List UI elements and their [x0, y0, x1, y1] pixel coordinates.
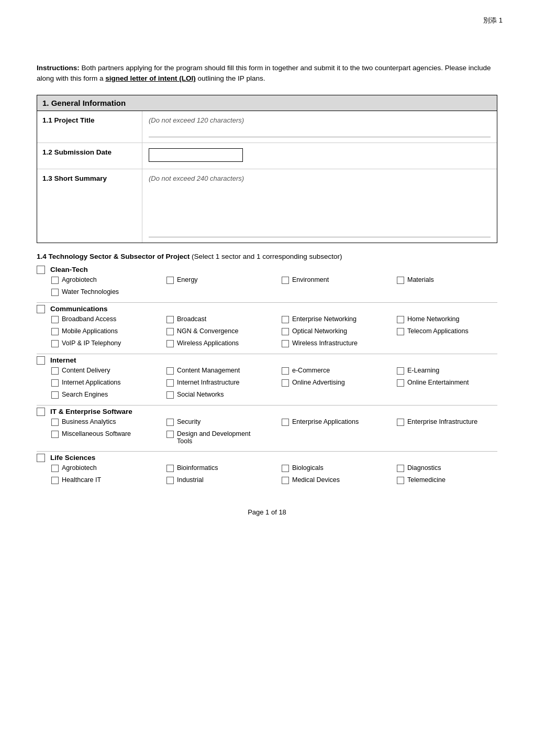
checkbox-home-networking[interactable]	[397, 316, 404, 323]
label-ngn-convergence: NGN & Convergence	[177, 327, 238, 335]
subsector-search-engines: Search Engines	[37, 391, 152, 399]
subsector-telemedicine: Telemedicine	[382, 476, 497, 484]
checkbox-wireless-applications[interactable]	[166, 340, 174, 347]
sector-clean-tech-label: Clean-Tech	[50, 266, 88, 273]
checkbox-online-advertising[interactable]	[282, 379, 289, 387]
checkbox-social-networks[interactable]	[166, 391, 174, 399]
checkbox-enterprise-infrastructure[interactable]	[397, 419, 404, 426]
checkbox-water-technologies[interactable]	[51, 289, 59, 296]
checkbox-diagnostics[interactable]	[397, 465, 404, 472]
sector-communications-row: Communications	[37, 305, 497, 313]
checkbox-enterprise-applications[interactable]	[282, 419, 289, 426]
subsectors-communications-1: Broadband Access Broadcast Enterprise Ne…	[37, 315, 497, 326]
checkbox-security[interactable]	[166, 419, 174, 426]
subsectors-life-sciences-2: Healthcare IT Industrial Medical Devices…	[37, 476, 497, 487]
checkbox-ecommerce[interactable]	[282, 367, 289, 375]
subsector-ngn-convergence: NGN & Convergence	[152, 327, 267, 335]
checkbox-elearning[interactable]	[397, 367, 404, 375]
label-design-dev-tools: Design and Development Tools	[177, 430, 267, 445]
checkbox-internet-applications[interactable]	[51, 379, 59, 387]
sector-it-enterprise-label: IT & Enterprise Software	[50, 408, 132, 415]
checkbox-bioinformatics[interactable]	[166, 465, 174, 472]
subsector-enterprise-networking: Enterprise Networking	[267, 315, 382, 323]
checkbox-wireless-infrastructure[interactable]	[282, 340, 289, 347]
checkbox-communications[interactable]	[37, 305, 45, 313]
subsector-business-analytics: Business Analytics	[37, 418, 152, 426]
label-social-networks: Social Networks	[177, 391, 224, 398]
checkbox-internet-infrastructure[interactable]	[166, 379, 174, 387]
sector-life-sciences-label: Life Sciences	[50, 454, 95, 462]
checkbox-environment[interactable]	[282, 277, 289, 284]
footer-text: Page 1 of 18	[248, 508, 286, 516]
checkbox-design-dev-tools[interactable]	[166, 431, 174, 438]
label-security: Security	[177, 418, 201, 425]
checkbox-voip-ip-telephony[interactable]	[51, 340, 59, 347]
checkbox-clean-tech[interactable]	[37, 266, 45, 274]
divider-clean-tech	[37, 302, 497, 303]
label-ecommerce: e-Commerce	[292, 367, 330, 374]
row-short-summary: 1.3 Short Summary (Do not exceed 240 cha…	[37, 169, 497, 243]
label-bioinformatics: Bioinformatics	[177, 464, 218, 472]
checkbox-healthcare-it[interactable]	[51, 477, 59, 484]
subsector-telecom-applications: Telecom Applications	[382, 327, 497, 335]
subsectors-communications-2: Mobile Applications NGN & Convergence Op…	[37, 327, 497, 338]
subsector-biologicals: Biologicals	[267, 464, 382, 472]
label-optical-networking: Optical Networking	[292, 327, 347, 335]
checkbox-energy[interactable]	[166, 277, 174, 284]
subsector-materials: Materials	[382, 276, 497, 284]
checkbox-agrobiotech-ls[interactable]	[51, 465, 59, 472]
subsector-medical-devices: Medical Devices	[267, 476, 382, 484]
checkbox-ngn-convergence[interactable]	[166, 328, 174, 335]
label-project-title: 1.1 Project Title	[37, 111, 142, 143]
checkbox-it-enterprise[interactable]	[37, 408, 45, 416]
checkbox-miscellaneous-software[interactable]	[51, 431, 59, 438]
project-title-input[interactable]: (Do not exceed 120 characters)	[149, 116, 491, 137]
submission-date-input[interactable]	[149, 148, 243, 162]
checkbox-materials[interactable]	[397, 277, 404, 284]
label-content-delivery: Content Delivery	[62, 367, 110, 374]
subsectors-it-1: Business Analytics Security Enterprise A…	[37, 418, 497, 429]
page: 別添 1 Instructions: Both partners applyin…	[0, 0, 534, 756]
tech-sector-bold: 1.4 Technology Sector & Subsector of Pro…	[37, 253, 190, 260]
checkbox-industrial[interactable]	[166, 477, 174, 484]
checkbox-search-engines[interactable]	[51, 391, 59, 399]
checkbox-broadcast[interactable]	[166, 316, 174, 323]
short-summary-input[interactable]: (Do not exceed 240 characters)	[149, 174, 491, 237]
checkbox-biologicals[interactable]	[282, 465, 289, 472]
row-project-title: 1.1 Project Title (Do not exceed 120 cha…	[37, 111, 497, 143]
subsector-diagnostics: Diagnostics	[382, 464, 497, 472]
tech-sector-note: (Select 1 sector and 1 corresponding sub…	[192, 253, 342, 260]
checkbox-optical-networking[interactable]	[282, 328, 289, 335]
instructions-block: Instructions: Both partners applying for…	[37, 63, 497, 84]
label-wireless-infrastructure: Wireless Infrastructure	[292, 339, 358, 347]
subsector-mobile-applications: Mobile Applications	[37, 327, 152, 335]
section-general-information: 1. General Information 1.1 Project Title…	[37, 95, 497, 243]
subsector-agrobiotech-ls: Agrobiotech	[37, 464, 152, 472]
subsector-content-delivery: Content Delivery	[37, 367, 152, 375]
checkbox-content-management[interactable]	[166, 367, 174, 375]
subsector-social-networks: Social Networks	[152, 391, 267, 399]
label-content-management: Content Management	[177, 367, 240, 374]
checkbox-mobile-applications[interactable]	[51, 328, 59, 335]
divider-communications	[37, 354, 497, 354]
subsectors-internet-2: Internet Applications Internet Infrastru…	[37, 379, 497, 390]
label-search-engines: Search Engines	[62, 391, 108, 398]
checkbox-medical-devices[interactable]	[282, 477, 289, 484]
subsector-water-technologies: Water Technologies	[37, 288, 152, 296]
label-elearning: E-Learning	[407, 367, 439, 374]
checkbox-life-sciences[interactable]	[37, 454, 45, 462]
checkbox-broadband-access[interactable]	[51, 316, 59, 323]
checkbox-online-entertainment[interactable]	[397, 379, 404, 387]
checkbox-internet[interactable]	[37, 356, 45, 365]
subsector-ecommerce: e-Commerce	[267, 367, 382, 375]
subsector-environment: Environment	[267, 276, 382, 284]
checkbox-business-analytics[interactable]	[51, 419, 59, 426]
label-industrial: Industrial	[177, 476, 204, 484]
checkbox-telemedicine[interactable]	[397, 477, 404, 484]
subsector-home-networking: Home Networking	[382, 315, 497, 323]
label-miscellaneous-software: Miscellaneous Software	[62, 430, 131, 437]
checkbox-agrobiotech-ct[interactable]	[51, 277, 59, 284]
checkbox-content-delivery[interactable]	[51, 367, 59, 375]
checkbox-telecom-applications[interactable]	[397, 328, 404, 335]
checkbox-enterprise-networking[interactable]	[282, 316, 289, 323]
